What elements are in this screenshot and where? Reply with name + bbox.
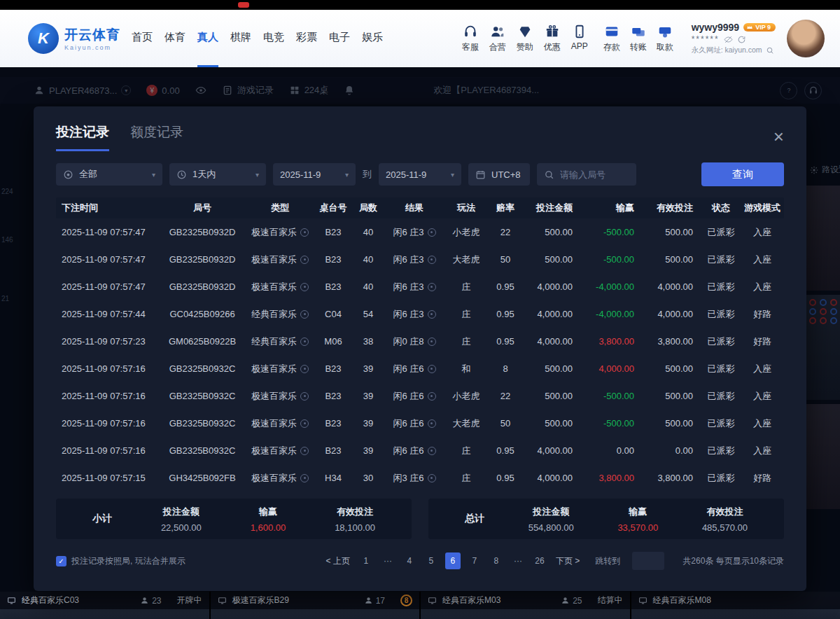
username[interactable]: wywy9999 [692, 22, 740, 33]
cell-odds: 8 [489, 363, 522, 374]
cell-round-id: GB2325B0932D [160, 281, 245, 292]
lobby-tile-m03[interactable]: 经典百家乐M03 25 结算中 [421, 592, 630, 619]
info-icon[interactable] [300, 419, 309, 428]
info-icon[interactable] [300, 283, 309, 291]
chevron-down-icon: ▾ [255, 171, 259, 179]
info-icon[interactable] [428, 283, 436, 291]
stat-value: 1,600.00 [251, 522, 286, 533]
nav-item-cards[interactable]: 棋牌 [230, 10, 251, 67]
info-icon[interactable] [300, 392, 309, 401]
category-select[interactable]: 全部 ▾ [56, 163, 162, 186]
avatar[interactable] [787, 20, 825, 57]
cell-game-mode: 入座 [741, 445, 784, 457]
info-icon[interactable] [428, 256, 436, 264]
refresh-icon[interactable] [737, 35, 746, 44]
service-item-partner[interactable]: 合营 [489, 24, 506, 53]
info-icon[interactable] [300, 228, 309, 237]
page-6-active[interactable]: 6 [445, 552, 461, 569]
info-icon[interactable] [300, 447, 309, 455]
service-label: APP [571, 41, 588, 51]
nav-item-live[interactable]: 真人 [197, 10, 218, 67]
col-table-no: 桌台号 [315, 202, 351, 214]
stat-value: 554,800.00 [528, 522, 574, 533]
page-7[interactable]: 7 [467, 552, 482, 569]
query-button[interactable]: 查询 [701, 162, 784, 186]
info-icon[interactable] [428, 392, 436, 401]
page-8[interactable]: 8 [489, 552, 504, 569]
info-icon[interactable] [428, 474, 436, 482]
info-icon[interactable] [428, 419, 436, 428]
cell-play-type: 庄 [444, 281, 489, 293]
nav-item-slots[interactable]: 电子 [329, 10, 350, 67]
date-to-picker[interactable]: 2025-11-9 ▾ [379, 163, 461, 186]
site-url: 永久网址: kaiyun.com [692, 46, 762, 55]
date-between-label: 到 [363, 168, 372, 181]
info-icon[interactable] [428, 365, 436, 373]
lobby-tile-c03[interactable]: 经典百家乐C03 23 开牌中 [0, 592, 209, 619]
service-item-sponsor[interactable]: 赞助 [517, 24, 533, 53]
nav-item-sports[interactable]: 体育 [164, 10, 186, 67]
jump-page-input[interactable] [632, 552, 664, 570]
info-icon[interactable] [300, 310, 309, 319]
cell-table-no: B23 [315, 254, 351, 265]
close-icon[interactable]: × [774, 127, 784, 151]
cell-table-no: H34 [315, 473, 351, 483]
info-icon[interactable] [428, 228, 436, 237]
timezone-chip[interactable]: UTC+8 [468, 163, 530, 186]
lobby-tile-b29[interactable]: 极速百家乐B29 17 8 [211, 592, 420, 619]
page-4[interactable]: 4 [402, 552, 417, 569]
pagination: < 上页 1 ··· 4 5 6 7 8 ··· 26 下页 > 跳转到 [324, 552, 665, 570]
cell-win-loss: -500.00 [581, 254, 643, 265]
cell-valid-bet: 3,800.00 [643, 473, 701, 483]
info-icon[interactable] [300, 365, 309, 373]
cell-result: 闲6 庄3 [385, 226, 444, 239]
nav-item-esports[interactable]: 电竞 [263, 10, 284, 67]
nav-item-lottery[interactable]: 彩票 [296, 10, 317, 67]
round-search-input[interactable] [560, 169, 629, 180]
time-range-select[interactable]: 1天内 ▾ [169, 163, 266, 186]
logo-domain: Kaiyun.com [64, 44, 120, 51]
ellipsis: ··· [380, 552, 396, 569]
next-page-button[interactable]: 下页 > [554, 552, 582, 569]
page-26[interactable]: 26 [532, 552, 547, 569]
wallet-item-transfer[interactable]: 转账 [630, 24, 647, 53]
tab-quota-records[interactable]: 额度记录 [130, 123, 183, 151]
site-logo[interactable]: K 开云体育 Kaiyun.com [28, 23, 120, 54]
page-5[interactable]: 5 [424, 552, 439, 569]
info-icon[interactable] [428, 310, 436, 319]
info-icon[interactable] [428, 338, 436, 346]
cell-round-id: GB2325B0932C [160, 363, 245, 374]
service-item-support[interactable]: 客服 [462, 24, 479, 53]
cell-status: 已派彩 [701, 335, 741, 348]
nav-item-entertainment[interactable]: 娱乐 [362, 10, 383, 67]
deposit-card-icon [604, 24, 620, 39]
wallet-item-deposit[interactable]: 存款 [603, 24, 620, 53]
wallet-label: 存款 [603, 41, 620, 53]
service-item-app[interactable]: APP [571, 24, 588, 53]
col-status: 状态 [701, 202, 741, 214]
merge-checkbox[interactable]: ✓ [56, 556, 66, 566]
cell-table-no: B23 [315, 445, 351, 456]
main-nav: 首页 体育 真人 棋牌 电竞 彩票 电子 娱乐 [132, 10, 383, 67]
search-icon[interactable] [766, 46, 774, 55]
info-icon[interactable] [300, 338, 309, 346]
page-1[interactable]: 1 [358, 552, 374, 569]
lobby-tile-m08[interactable]: 经典百家乐M08 [631, 592, 840, 619]
round-search-field [537, 163, 636, 186]
date-from-picker[interactable]: 2025-11-9 ▾ [273, 163, 356, 186]
cell-game-mode: 入座 [741, 226, 784, 239]
tile-title: 经典百家乐M08 [653, 594, 711, 606]
cell-bet-amount: 500.00 [522, 363, 581, 374]
info-icon[interactable] [428, 447, 436, 455]
eye-off-icon[interactable] [724, 35, 733, 44]
total-label: 总计 [465, 513, 484, 525]
tab-bet-records[interactable]: 投注记录 [56, 123, 109, 151]
nav-item-home[interactable]: 首页 [132, 10, 153, 67]
wallet-item-withdraw[interactable]: 取款 [657, 24, 673, 53]
info-icon[interactable] [300, 256, 309, 264]
cell-play-type: 庄 [444, 335, 489, 348]
info-icon[interactable] [300, 474, 309, 482]
prev-page-button[interactable]: < 上页 [324, 552, 352, 569]
subtotal-bet: 投注金额 22,500.00 [161, 506, 202, 533]
service-item-promo[interactable]: 优惠 [544, 24, 561, 53]
